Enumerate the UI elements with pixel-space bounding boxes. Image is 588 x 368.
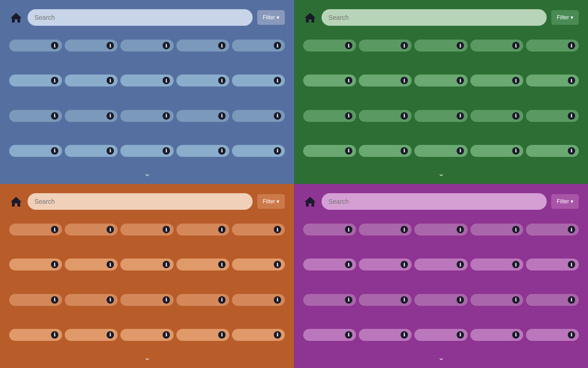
- tag[interactable]: ℹ: [176, 224, 229, 236]
- tag[interactable]: ℹ: [232, 75, 285, 86]
- tag[interactable]: ℹ: [470, 110, 523, 122]
- tag[interactable]: ℹ: [9, 40, 62, 52]
- tag[interactable]: ℹ: [359, 110, 412, 122]
- tag[interactable]: ℹ: [414, 40, 467, 52]
- tag[interactable]: ℹ: [359, 40, 412, 52]
- tag[interactable]: ℹ: [470, 259, 523, 270]
- tag[interactable]: ℹ: [359, 259, 412, 270]
- filter-button-orange[interactable]: Filter ▾: [257, 194, 285, 209]
- chevron-down-blue[interactable]: ⌄: [144, 168, 151, 178]
- tag[interactable]: ℹ: [526, 110, 579, 122]
- tag[interactable]: ℹ: [232, 224, 285, 236]
- tag[interactable]: ℹ: [359, 329, 412, 341]
- tag[interactable]: ℹ: [232, 329, 285, 341]
- search-input-green[interactable]: [322, 9, 547, 26]
- tag[interactable]: ℹ: [9, 329, 62, 341]
- tag[interactable]: ℹ: [120, 329, 173, 341]
- tag[interactable]: ℹ: [303, 40, 356, 52]
- tag[interactable]: ℹ: [526, 145, 579, 157]
- tag[interactable]: ℹ: [359, 224, 412, 236]
- tag[interactable]: ℹ: [414, 259, 467, 270]
- tag[interactable]: ℹ: [470, 224, 523, 236]
- tag[interactable]: ℹ: [120, 259, 173, 270]
- tag[interactable]: ℹ: [232, 145, 285, 157]
- search-input-purple[interactable]: [322, 193, 547, 210]
- filter-button-purple[interactable]: Filter ▾: [551, 194, 579, 209]
- tag[interactable]: ℹ: [303, 75, 356, 86]
- tag[interactable]: ℹ: [232, 40, 285, 52]
- tag[interactable]: ℹ: [120, 40, 173, 52]
- search-bar-green: Filter ▾: [303, 9, 579, 26]
- filter-button-green[interactable]: Filter ▾: [551, 10, 579, 25]
- tag[interactable]: ℹ: [526, 40, 579, 52]
- tag[interactable]: ℹ: [9, 259, 62, 270]
- tag[interactable]: ℹ: [470, 329, 523, 341]
- info-icon: ℹ: [163, 226, 170, 233]
- tag[interactable]: ℹ: [65, 224, 118, 236]
- tag[interactable]: ℹ: [414, 294, 467, 306]
- tag[interactable]: ℹ: [303, 329, 356, 341]
- info-icon: ℹ: [401, 112, 408, 120]
- tag[interactable]: ℹ: [120, 294, 173, 306]
- tag[interactable]: ℹ: [303, 259, 356, 270]
- tag[interactable]: ℹ: [65, 294, 118, 306]
- home-icon-purple[interactable]: [303, 195, 317, 208]
- tag[interactable]: ℹ: [9, 145, 62, 157]
- tag[interactable]: ℹ: [526, 75, 579, 86]
- info-icon: ℹ: [568, 42, 575, 49]
- tag[interactable]: ℹ: [414, 145, 467, 157]
- chevron-down-purple[interactable]: ⌄: [438, 352, 445, 362]
- home-icon-green[interactable]: [303, 11, 317, 24]
- tag[interactable]: ℹ: [303, 145, 356, 157]
- tag[interactable]: ℹ: [359, 75, 412, 86]
- tag[interactable]: ℹ: [65, 110, 118, 122]
- tag[interactable]: ℹ: [176, 329, 229, 341]
- tag[interactable]: ℹ: [470, 75, 523, 86]
- tag[interactable]: ℹ: [65, 145, 118, 157]
- tag[interactable]: ℹ: [65, 40, 118, 52]
- tag[interactable]: ℹ: [120, 110, 173, 122]
- tag[interactable]: ℹ: [414, 75, 467, 86]
- tag[interactable]: ℹ: [65, 75, 118, 86]
- home-icon-orange[interactable]: [9, 195, 23, 208]
- tag[interactable]: ℹ: [176, 40, 229, 52]
- search-input-orange[interactable]: [28, 193, 253, 210]
- tag[interactable]: ℹ: [120, 224, 173, 236]
- tag[interactable]: ℹ: [176, 110, 229, 122]
- tag[interactable]: ℹ: [232, 259, 285, 270]
- tag[interactable]: ℹ: [359, 145, 412, 157]
- home-icon-blue[interactable]: [9, 11, 23, 24]
- tag[interactable]: ℹ: [303, 110, 356, 122]
- tag[interactable]: ℹ: [65, 259, 118, 270]
- filter-button-blue[interactable]: Filter ▾: [257, 10, 285, 25]
- tag[interactable]: ℹ: [526, 224, 579, 236]
- tag[interactable]: ℹ: [414, 224, 467, 236]
- tag[interactable]: ℹ: [176, 145, 229, 157]
- chevron-down-green[interactable]: ⌄: [438, 168, 445, 178]
- tag[interactable]: ℹ: [9, 110, 62, 122]
- tag[interactable]: ℹ: [414, 329, 467, 341]
- tag[interactable]: ℹ: [414, 110, 467, 122]
- chevron-down-orange[interactable]: ⌄: [144, 352, 151, 362]
- tag[interactable]: ℹ: [232, 110, 285, 122]
- tag[interactable]: ℹ: [176, 259, 229, 270]
- tag[interactable]: ℹ: [9, 294, 62, 306]
- tag[interactable]: ℹ: [303, 294, 356, 306]
- tag[interactable]: ℹ: [120, 75, 173, 86]
- tag[interactable]: ℹ: [470, 294, 523, 306]
- tag[interactable]: ℹ: [176, 294, 229, 306]
- tag[interactable]: ℹ: [9, 224, 62, 236]
- tag[interactable]: ℹ: [176, 75, 229, 86]
- tag[interactable]: ℹ: [470, 145, 523, 157]
- tag[interactable]: ℹ: [120, 145, 173, 157]
- tag[interactable]: ℹ: [526, 294, 579, 306]
- search-input-blue[interactable]: [28, 9, 253, 26]
- tag[interactable]: ℹ: [9, 75, 62, 86]
- tag[interactable]: ℹ: [359, 294, 412, 306]
- tag[interactable]: ℹ: [526, 329, 579, 341]
- tag[interactable]: ℹ: [232, 294, 285, 306]
- tag[interactable]: ℹ: [65, 329, 118, 341]
- tag[interactable]: ℹ: [470, 40, 523, 52]
- tag[interactable]: ℹ: [526, 259, 579, 270]
- tag[interactable]: ℹ: [303, 224, 356, 236]
